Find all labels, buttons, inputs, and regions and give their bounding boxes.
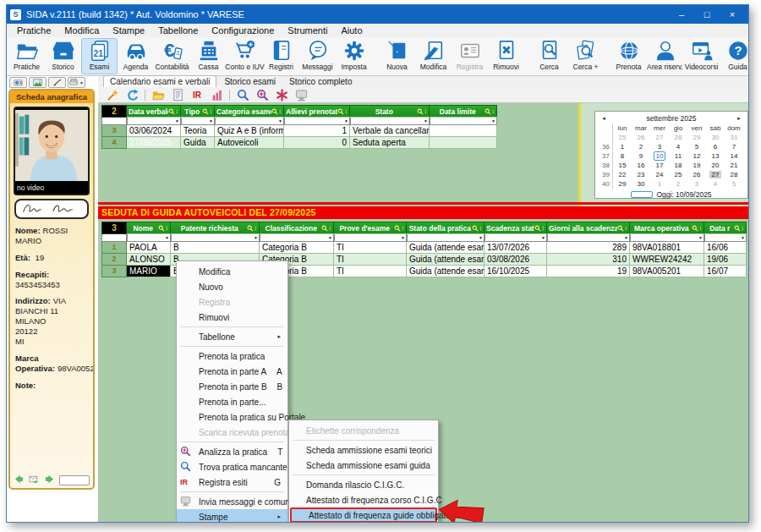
calendar-day[interactable]: 26	[632, 134, 650, 142]
menubar-item-aiuto[interactable]: Aiuto	[334, 24, 369, 37]
magnifier-plus-icon[interactable]	[255, 88, 269, 101]
calendar-day[interactable]: 20	[706, 162, 725, 170]
row-number[interactable]: 1	[101, 242, 127, 254]
filter-dropdown-icon[interactable]: ▼	[698, 234, 703, 241]
cell[interactable]: PAOLA	[127, 242, 171, 254]
calendar-day[interactable]: 27	[706, 171, 725, 179]
column-header-allievi-prenotati[interactable]: Allievi prenotati↕	[284, 105, 350, 117]
filter-dropdown-icon[interactable]: ▼	[209, 118, 213, 124]
cell[interactable]: 16/07	[704, 266, 747, 277]
calendar-next-button[interactable]: ►	[733, 116, 745, 121]
filter-dropdown-icon[interactable]: ▼	[741, 234, 745, 241]
calendar-day[interactable]: 25	[613, 134, 632, 142]
filter-cell-allievi-prenotati[interactable]: ▼	[284, 118, 350, 125]
filter-dropdown-icon[interactable]: ▼	[278, 118, 282, 124]
calendar-day[interactable]: 30	[706, 134, 725, 142]
calendar-day[interactable]: 10	[650, 152, 669, 161]
cell[interactable]: Quiz A e B (inform.)	[215, 125, 284, 137]
toolbar-guida-button[interactable]: ?Guida	[720, 38, 756, 74]
cell[interactable]: 27/09/2025	[127, 137, 181, 149]
column-header-scadenza-statino[interactable]: Scadenza statino↕	[485, 222, 547, 233]
cell[interactable]: Guida (attende esame)	[407, 254, 485, 266]
filter-dropdown-icon[interactable]: ▼	[344, 118, 348, 124]
calendar-day[interactable]: 12	[687, 152, 706, 161]
column-header-data-r[interactable]: Data r↕	[704, 222, 747, 233]
calendar-day[interactable]: 13	[706, 152, 725, 161]
filter-cell-data-verbale[interactable]: ▼	[127, 118, 181, 125]
column-header-stato[interactable]: Stato↕	[350, 105, 430, 117]
filter-cell-stato[interactable]: ▼	[350, 118, 430, 125]
calendar-day[interactable]: 8	[613, 152, 632, 161]
column-header-classificazione[interactable]: Classificazione↕	[260, 222, 334, 233]
filter-cell-classificazione[interactable]: ▼	[260, 234, 334, 242]
cell[interactable]: 16/10/2025	[485, 266, 547, 277]
calendar-day[interactable]: 30	[632, 180, 650, 189]
menubar-item-modifica[interactable]: Modifica	[57, 24, 106, 37]
brush-button[interactable]	[48, 77, 66, 88]
calendar-day[interactable]: 19	[687, 162, 706, 170]
filter-cell-giorni-alla-scadenza[interactable]: ▼	[547, 234, 630, 242]
calendar-day[interactable]: 7	[725, 143, 743, 151]
camera-button[interactable]	[9, 77, 27, 88]
calendar-day[interactable]: 25	[669, 171, 687, 179]
toolbar-imposta-button[interactable]: Imposta	[336, 38, 372, 74]
refresh-icon[interactable]	[125, 88, 139, 101]
menubar-item-configurazione[interactable]: Configurazione	[205, 24, 281, 37]
menu-item-prenota-in-parte-b[interactable]: Prenota in parte BB	[177, 379, 287, 394]
cell[interactable]: 16/06	[704, 242, 747, 254]
tab-storico-esami[interactable]: Storico esami	[218, 76, 282, 87]
menu-item-scheda-ammissione-esami-teorici[interactable]: Scheda ammissione esami teorici	[289, 442, 438, 458]
row-number[interactable]: 4	[101, 137, 127, 149]
toolbar-registri-button[interactable]: Registri	[263, 38, 299, 74]
calendar-day[interactable]: 28	[725, 171, 743, 179]
filter-cell-stato-della-pratica[interactable]: ▼	[407, 234, 485, 242]
calendar-day[interactable]: 3	[687, 180, 706, 189]
calendar-day[interactable]: 5	[725, 180, 743, 189]
toolbar-conto-e-iuv-button[interactable]: Conto e IUV	[227, 38, 263, 74]
column-header-nome[interactable]: Nome↕	[127, 222, 171, 233]
cell[interactable]	[430, 125, 497, 137]
column-header-giorni-alla-scadenza[interactable]: Giorni alla scadenza↕	[547, 222, 630, 233]
column-header-data-limite[interactable]: Data limite↕	[430, 105, 497, 117]
toolbar-pratiche-button[interactable]: Pratiche	[8, 38, 45, 74]
cell[interactable]: Guida	[181, 137, 215, 149]
calendar-day[interactable]: 11	[669, 152, 687, 161]
menu-item-prenota-in-parte-a[interactable]: Prenota in parte AA	[177, 364, 287, 379]
calendar-day[interactable]: 1	[613, 143, 632, 151]
image-button[interactable]	[29, 77, 47, 88]
calendar-day[interactable]: 18	[669, 162, 687, 170]
row-number[interactable]: 2	[101, 254, 127, 266]
cell[interactable]: Seduta aperta	[350, 137, 430, 149]
calendar-day[interactable]: 4	[669, 143, 687, 151]
calendar-day[interactable]: 23	[632, 171, 650, 179]
menu-item-attestato-di-frequenza-guide-obbligatorie[interactable]: Attestato di frequenza guide obbligatori…	[290, 507, 437, 522]
cell[interactable]: WWREW24242	[630, 254, 704, 266]
cell[interactable]: 03/06/2024	[127, 125, 181, 137]
calendar-day[interactable]: 26	[687, 171, 706, 179]
menubar-item-strumenti[interactable]: Strumenti	[281, 24, 334, 37]
filter-cell-prove-d-esame[interactable]: ▼	[334, 234, 407, 242]
cell[interactable]: Guida (attende esame)	[407, 242, 485, 254]
toolbar-rimuovi-button[interactable]: Rimuovi	[488, 38, 524, 74]
filter-dropdown-icon[interactable]: ▼	[541, 234, 545, 241]
filter-dropdown-icon[interactable]: ▼	[491, 118, 495, 124]
menu-item-attestato-di-frequenza-corso-c-i-g-c[interactable]: Attestato di frequenza corso C.I.G.C	[289, 492, 438, 507]
cell[interactable]	[430, 137, 497, 149]
menu-item-prenota-la-pratica[interactable]: Prenota la pratica	[177, 348, 287, 364]
filter-dropdown-icon[interactable]: ▼	[624, 234, 628, 241]
filter-cell-categoria-esame[interactable]: ▼	[215, 118, 284, 125]
cell[interactable]: 1	[284, 125, 350, 137]
toolbar-messaggi-button[interactable]: Messaggi	[299, 38, 336, 74]
calendar-day[interactable]: 2	[632, 143, 650, 151]
calendar-day[interactable]: 14	[725, 152, 743, 161]
previous-record-button[interactable]	[14, 473, 25, 488]
menu-item-scarica-ricevuta-prenotazione[interactable]: Scarica ricevuta prenotazione	[177, 425, 287, 440]
calendar-day[interactable]: 28	[669, 134, 687, 142]
toolbar-area-riserv-button[interactable]: Area riserv.	[647, 38, 683, 74]
calendar-day[interactable]: 5	[687, 143, 706, 151]
toolbar-cerca-button[interactable]: Cerca	[531, 38, 567, 74]
calendar-day[interactable]: 4	[706, 180, 725, 189]
cell[interactable]: ALONSO	[127, 254, 171, 266]
cell[interactable]: TI	[334, 242, 407, 254]
tab-calendario-esami-e-verbali[interactable]: Calendario esami e verbali	[103, 75, 216, 87]
